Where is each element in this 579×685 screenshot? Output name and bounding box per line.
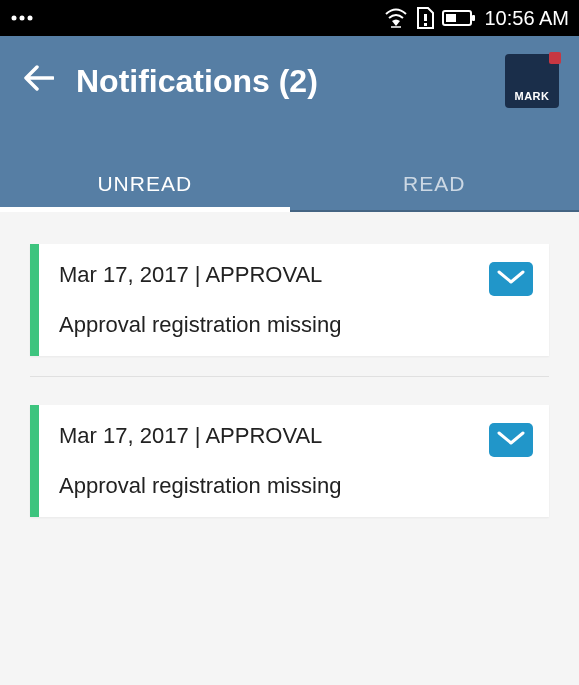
card-category: APPROVAL bbox=[205, 262, 322, 287]
notification-card[interactable]: Mar 17, 2017 | APPROVAL Approval registr… bbox=[30, 405, 549, 517]
card-message: Approval registration missing bbox=[59, 473, 469, 499]
card-meta: Mar 17, 2017 | APPROVAL bbox=[59, 423, 469, 449]
tab-unread[interactable]: UNREAD bbox=[0, 156, 290, 212]
app-header: Notifications (2) MARK UNREAD READ bbox=[0, 36, 579, 212]
status-left bbox=[10, 14, 34, 22]
brand-logo[interactable]: MARK bbox=[505, 54, 559, 108]
svg-rect-3 bbox=[424, 14, 427, 21]
card-content: Mar 17, 2017 | APPROVAL Approval registr… bbox=[39, 405, 489, 517]
notification-card[interactable]: Mar 17, 2017 | APPROVAL Approval registr… bbox=[30, 244, 549, 356]
card-category: APPROVAL bbox=[205, 423, 322, 448]
tabs: UNREAD READ bbox=[0, 156, 579, 212]
svg-rect-4 bbox=[424, 23, 427, 26]
svg-point-2 bbox=[28, 16, 33, 21]
page-title: Notifications (2) bbox=[76, 63, 505, 100]
divider bbox=[30, 376, 549, 377]
svg-rect-7 bbox=[446, 14, 456, 22]
sim-alert-icon bbox=[416, 7, 434, 29]
battery-icon bbox=[442, 9, 476, 27]
notifications-list: Mar 17, 2017 | APPROVAL Approval registr… bbox=[0, 212, 579, 557]
svg-point-1 bbox=[20, 16, 25, 21]
mail-icon[interactable] bbox=[489, 262, 533, 296]
wifi-icon bbox=[384, 8, 408, 28]
card-content: Mar 17, 2017 | APPROVAL Approval registr… bbox=[39, 244, 489, 356]
card-icon-wrapper bbox=[489, 405, 549, 517]
status-time: 10:56 AM bbox=[484, 7, 569, 30]
card-date: Mar 17, 2017 bbox=[59, 423, 189, 448]
tab-read[interactable]: READ bbox=[290, 156, 580, 212]
svg-rect-6 bbox=[472, 15, 475, 21]
status-bar: 10:56 AM bbox=[0, 0, 579, 36]
brand-logo-text: MARK bbox=[515, 90, 550, 102]
card-meta: Mar 17, 2017 | APPROVAL bbox=[59, 262, 469, 288]
card-date: Mar 17, 2017 bbox=[59, 262, 189, 287]
card-icon-wrapper bbox=[489, 244, 549, 356]
unread-stripe bbox=[30, 405, 39, 517]
status-right: 10:56 AM bbox=[384, 7, 569, 30]
header-top: Notifications (2) MARK bbox=[0, 36, 579, 126]
mail-icon[interactable] bbox=[489, 423, 533, 457]
card-message: Approval registration missing bbox=[59, 312, 469, 338]
menu-dots-icon bbox=[10, 14, 34, 22]
back-arrow-icon[interactable] bbox=[20, 61, 58, 102]
unread-stripe bbox=[30, 244, 39, 356]
card-separator: | bbox=[189, 262, 206, 287]
svg-point-0 bbox=[12, 16, 17, 21]
card-separator: | bbox=[189, 423, 206, 448]
